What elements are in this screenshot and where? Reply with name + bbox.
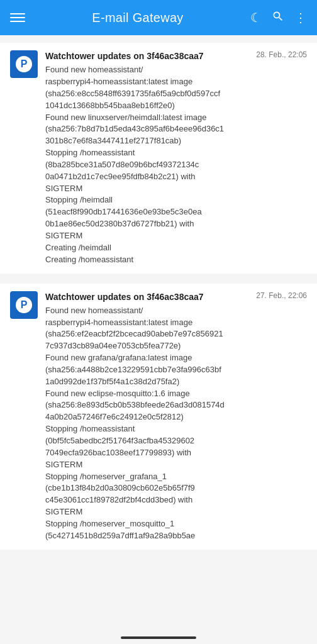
email-header: Watchtower updates on 3f46ac38caa7 28. F… xyxy=(45,50,307,62)
moon-icon[interactable]: ☾ xyxy=(250,10,262,25)
email-subject: Watchtower updates on 3f46ac38caa7 xyxy=(45,50,251,62)
email-date: 28. Feb., 22:05 xyxy=(256,50,307,59)
email-body: Watchtower updates on 3f46ac38caa7 27. F… xyxy=(45,291,307,542)
email-header: Watchtower updates on 3f46ac38caa7 27. F… xyxy=(45,291,307,303)
email-subject: Watchtower updates on 3f46ac38caa7 xyxy=(45,291,251,303)
email-list: P Watchtower updates on 3f46ac38caa7 28.… xyxy=(0,35,317,557)
email-text: Found new homeassistant/ raspberrypi4-ho… xyxy=(45,305,307,542)
home-indicator xyxy=(121,636,196,639)
avatar: P xyxy=(10,50,38,78)
menu-button[interactable] xyxy=(10,13,25,22)
search-icon[interactable] xyxy=(272,10,284,26)
email-body: Watchtower updates on 3f46ac38caa7 28. F… xyxy=(45,50,307,266)
email-item[interactable]: P Watchtower updates on 3f46ac38caa7 28.… xyxy=(0,43,317,274)
app-bar-icons: ☾ ⋮ xyxy=(250,10,307,26)
app-title: E-mail Gateway xyxy=(35,11,240,25)
app-bar: E-mail Gateway ☾ ⋮ xyxy=(0,0,317,35)
divider xyxy=(0,276,317,281)
more-options-icon[interactable]: ⋮ xyxy=(294,10,307,25)
email-item[interactable]: P Watchtower updates on 3f46ac38caa7 27.… xyxy=(0,284,317,550)
email-date: 27. Feb., 22:06 xyxy=(256,291,307,300)
email-text: Found new homeassistant/raspberrypi4-hom… xyxy=(45,64,307,265)
avatar: P xyxy=(10,291,38,319)
bottom-nav-bar xyxy=(0,631,317,644)
